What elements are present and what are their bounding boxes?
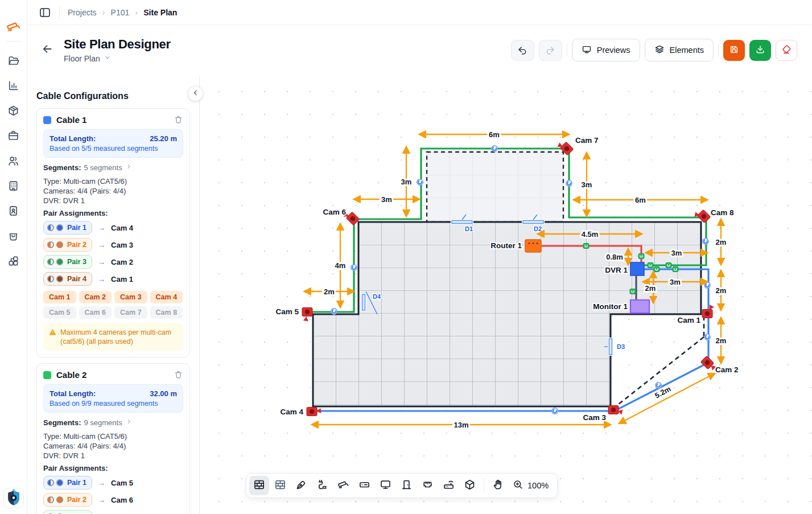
rail-item-case[interactable]	[4, 127, 23, 146]
panel-collapse-button[interactable]	[188, 86, 203, 101]
previews-label: Previews	[597, 46, 630, 55]
segments-row[interactable]: Segments:5 segments	[43, 163, 183, 172]
cable-node-handle[interactable]	[703, 239, 708, 244]
dimension-label: 3m	[671, 249, 682, 257]
door-tool[interactable]	[397, 476, 417, 495]
floor-plan-label: Floor Plan	[64, 54, 100, 63]
rail-item-package[interactable]	[4, 102, 23, 121]
camera-cam-6[interactable]: Cam 6	[323, 208, 359, 225]
cable-clip[interactable]	[583, 244, 589, 249]
wall-tool[interactable]	[249, 476, 269, 495]
camera-cam-4[interactable]: Cam 4	[280, 408, 321, 417]
rail-item-folder[interactable]	[4, 52, 23, 71]
camera-chip[interactable]: Cam 4	[150, 291, 183, 303]
trash-icon[interactable]	[174, 370, 183, 380]
camera-chip[interactable]: Cam 3	[114, 291, 147, 303]
trash-icon[interactable]	[174, 115, 183, 125]
pair-badge[interactable]: Pair 4	[43, 272, 92, 286]
zoom-control[interactable]: 100%	[509, 479, 554, 492]
cable-node-handle[interactable]	[331, 309, 337, 314]
undo-button[interactable]	[511, 40, 534, 61]
cable-clip[interactable]	[648, 263, 653, 268]
camera-chip[interactable]: Cam 2	[79, 291, 112, 303]
cable-node-handle[interactable]	[492, 146, 497, 151]
breadcrumb-item[interactable]: Site Plan	[143, 8, 177, 17]
rail-item-chart[interactable]	[4, 77, 23, 96]
inactive-camera-chips: Cam 5Cam 6Cam 7Cam 8	[43, 306, 183, 319]
camera-cam-3[interactable]: Cam 3	[583, 406, 623, 422]
cable-clip[interactable]	[630, 289, 636, 294]
segments-label: Segments:	[43, 418, 81, 427]
wall-outline-tool[interactable]	[270, 476, 290, 495]
hand-tool[interactable]	[488, 476, 508, 495]
page-title: Site Plan Designer	[64, 37, 171, 52]
pair-badge[interactable]: Pair 3	[43, 255, 92, 269]
rail-item-blocks[interactable]	[4, 252, 23, 272]
camera-tool[interactable]	[333, 476, 353, 495]
camera-cam-5[interactable]: Cam 5	[275, 307, 312, 322]
rail-item-bag[interactable]	[4, 227, 23, 246]
camera-chip-disabled[interactable]: Cam 7	[114, 306, 147, 319]
panel-heading: Cable Configurations	[36, 91, 190, 101]
cable-node-handle[interactable]	[566, 180, 572, 186]
router-tool[interactable]	[439, 476, 459, 495]
pair-badge[interactable]: Pair 1	[43, 221, 92, 235]
floor-plan-dropdown[interactable]: Floor Plan	[64, 54, 171, 63]
pair-badge[interactable]: Pair 2	[43, 238, 92, 252]
pair-badge[interactable]: Pair 1	[43, 476, 92, 490]
door-label: D2	[534, 225, 542, 232]
rail-item-building[interactable]	[4, 177, 23, 196]
camera-cam-8[interactable]: Cam 8	[694, 208, 734, 223]
rail-item-idcard[interactable]	[4, 202, 23, 221]
building-icon	[7, 180, 19, 194]
cable-clip[interactable]	[638, 254, 644, 259]
cable-node-handle[interactable]	[656, 383, 661, 388]
cable-clip[interactable]	[673, 267, 678, 272]
cable-clip[interactable]	[654, 267, 660, 272]
camera-chip-disabled[interactable]: Cam 8	[150, 306, 183, 319]
port-tool[interactable]	[418, 476, 438, 495]
sidebar-toggle-icon[interactable]	[39, 6, 51, 19]
total-length-label: Total Length:	[50, 134, 96, 143]
camera-chip[interactable]: Cam 1	[43, 291, 76, 303]
elements-button[interactable]: Elements	[645, 39, 714, 61]
cube-tool[interactable]	[460, 476, 480, 495]
segments-row[interactable]: Segments:9 segments	[43, 418, 183, 427]
previews-button[interactable]: Previews	[572, 39, 640, 61]
dvr-tool[interactable]	[355, 476, 374, 495]
breadcrumb-item[interactable]: P101	[111, 8, 130, 17]
redo-button[interactable]	[539, 40, 562, 61]
back-button[interactable]	[41, 43, 56, 57]
cable-clip[interactable]	[666, 263, 671, 268]
router-tool-icon	[443, 479, 455, 492]
rail-item-users[interactable]	[4, 152, 23, 171]
full-dot-icon	[56, 224, 63, 231]
cable-node-handle[interactable]	[552, 408, 558, 414]
plan-canvas[interactable]: D1D2D3D4Router 1DVR 1Monitor 16m3m3m3m6m…	[200, 75, 812, 514]
eraser-button[interactable]	[776, 40, 797, 61]
camera-cam-2[interactable]: Cam 2	[700, 356, 738, 374]
cable-node-handle[interactable]	[704, 334, 710, 340]
pen-tool[interactable]	[291, 476, 311, 495]
arrow-right-icon: →	[98, 479, 105, 487]
floor-plan-drawing[interactable]: D1D2D3D4Router 1DVR 1Monitor 16m3m3m3m6m…	[209, 77, 812, 514]
door-tool-icon	[401, 479, 413, 492]
save-button[interactable]	[723, 40, 745, 61]
dimension-label: 6m	[489, 130, 500, 139]
cable-tool[interactable]	[312, 476, 332, 495]
breadcrumb-item[interactable]: Projects	[68, 8, 97, 17]
cable-node-handle[interactable]	[704, 282, 710, 288]
router-label: Router 1	[491, 241, 522, 250]
cable-node-handle[interactable]	[351, 265, 357, 270]
page-header: Site Plan Designer Floor Plan Previews E…	[27, 25, 812, 75]
pair-camera: Cam 4	[111, 224, 133, 232]
cable-node-handle[interactable]	[417, 179, 423, 185]
camera-chip-disabled[interactable]: Cam 6	[79, 306, 112, 319]
camera-chip-disabled[interactable]: Cam 5	[43, 306, 76, 319]
pair-badge[interactable]: Pair 3	[43, 510, 92, 514]
pair-row: Pair 3→Cam 7	[43, 510, 183, 514]
download-button[interactable]	[749, 40, 771, 61]
shield-logo-button[interactable]	[3, 488, 24, 508]
monitor-tool[interactable]	[376, 476, 395, 495]
pair-badge[interactable]: Pair 2	[43, 493, 92, 507]
